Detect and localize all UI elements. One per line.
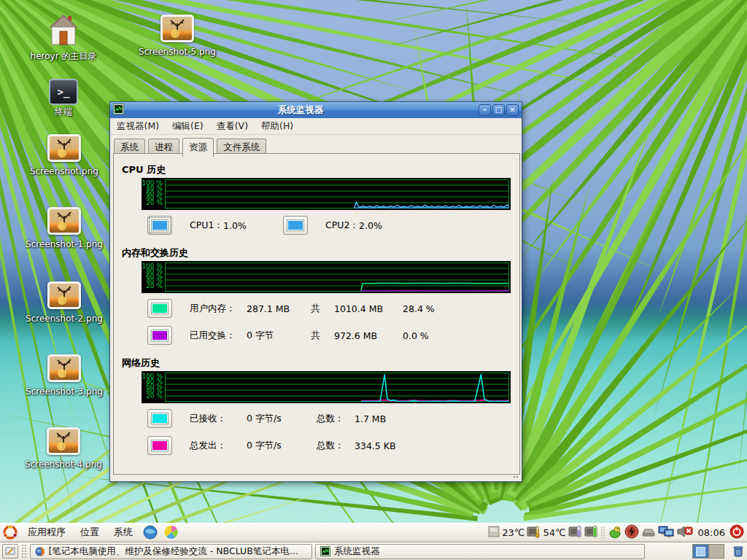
desktop-icon-screenshot5[interactable]: Screenshot-5.png: [137, 15, 217, 57]
tray-separator: [600, 526, 605, 538]
window-menubar: 监视器(M) 编辑(E) 查看(V) 帮助(H): [110, 118, 522, 135]
desktop-icon-screenshot4[interactable]: Screenshot-4.png: [23, 427, 104, 470]
taskbar-drag-handle[interactable]: [21, 544, 27, 559]
desktop-icon-screenshot1[interactable]: Screenshot-1.png: [24, 207, 104, 249]
used-swap-value: 0 字节: [247, 330, 311, 342]
tab-filesystems[interactable]: 文件系统: [217, 139, 266, 154]
system-menu[interactable]: 系统: [107, 524, 140, 541]
sensor-applet-icon[interactable]: [568, 525, 582, 540]
window-titlebar[interactable]: 系统监视器 – □ ✕: [110, 102, 522, 118]
distro-logo-icon[interactable]: [3, 525, 18, 540]
close-button[interactable]: ✕: [506, 104, 519, 116]
menu-help[interactable]: 帮助(H): [255, 120, 300, 133]
resources-tab-panel: CPU 历史 100 %80 %60 %40 %20 % CPU1： 1.0% …: [113, 153, 520, 475]
desktop-icon-label: 终端: [23, 107, 104, 117]
sent-label: 总发出：: [190, 440, 247, 452]
workspace-2[interactable]: [708, 545, 724, 558]
home-folder-icon: [46, 13, 81, 50]
clock[interactable]: 08:06: [698, 527, 725, 538]
of-total-label: 共: [311, 303, 334, 315]
task-system-monitor-window[interactable]: 系统监视器: [315, 544, 645, 559]
trash-applet-icon[interactable]: [732, 545, 745, 558]
cpu-history-heading: CPU 历史: [122, 163, 166, 176]
shutdown-button-icon[interactable]: [729, 524, 744, 541]
cpufreq-applet-icon[interactable]: [488, 526, 500, 540]
touchpad-tray-icon[interactable]: [641, 526, 656, 540]
workspace-1[interactable]: [693, 545, 708, 558]
menu-view[interactable]: 查看(V): [210, 120, 255, 133]
volume-muted-icon[interactable]: [676, 525, 694, 540]
task-firefox-window[interactable]: [笔记本电脑使用、维护及保修经验交流 - NBCLUB笔记本电脑俱乐部-…: [30, 544, 312, 559]
total-label: 总数：: [317, 413, 355, 425]
desktop-icon-screenshot3[interactable]: Screenshot-3.png: [24, 354, 104, 397]
gpu-temp-value: 54℃: [543, 527, 565, 538]
menu-edit[interactable]: 编辑(E): [166, 120, 210, 133]
desktop-icon-label: Screenshot-5.png: [137, 47, 217, 57]
desktop-icon-label: Screenshot.png: [24, 167, 104, 176]
sent-total: 334.5 KB: [355, 440, 396, 451]
user-memory-label: 用户内存：: [190, 303, 247, 315]
desktop-icon-label: Screenshot-2.png: [24, 314, 104, 324]
cpu1-value: 1.0%: [223, 220, 268, 231]
desktop-icon-label: Screenshot-1.png: [24, 240, 104, 249]
cpu-legend: CPU1： 1.0% CPU2： 2.0%: [147, 215, 404, 236]
show-desktop-button[interactable]: [2, 544, 18, 559]
user-memory-color-button[interactable]: [147, 299, 172, 318]
tab-system[interactable]: 系统: [114, 139, 145, 154]
desktop-icon-screenshot[interactable]: Screenshot.png: [24, 134, 104, 176]
network-history-heading: 网络历史: [122, 357, 160, 370]
tab-resources[interactable]: 资源: [182, 138, 214, 157]
desktop-icon-terminal[interactable]: >_ 终端: [23, 79, 104, 117]
received-total: 1.7 MB: [355, 413, 386, 424]
app-launcher-icon[interactable]: [163, 525, 179, 540]
desktop-icon-home[interactable]: heroyr 的主目录: [23, 13, 104, 61]
places-menu[interactable]: 位置: [73, 524, 107, 541]
window-title: 系统监视器: [124, 104, 477, 117]
user-memory-swatch: [152, 303, 168, 314]
network-history-graph: 100 %80 %60 %40 %20 %: [142, 371, 511, 403]
browser-launcher-icon[interactable]: [143, 525, 158, 540]
sent-legend-row: 总发出： 0 字节/s 总数： 334.5 KB: [147, 435, 396, 456]
cpu2-color-button[interactable]: [283, 216, 308, 235]
tab-processes[interactable]: 进程: [148, 139, 179, 154]
desktop-icon-label: Screenshot-4.png: [23, 460, 104, 470]
used-swap-total: 972.6 MB: [334, 330, 403, 341]
network-tray-icon[interactable]: [658, 525, 674, 540]
power-manager-icon[interactable]: [624, 524, 639, 541]
cpu2-label: CPU2：: [325, 219, 359, 232]
menu-monitor[interactable]: 监视器(M): [110, 120, 166, 133]
used-swap-color-button[interactable]: [147, 326, 172, 345]
desktop-icon-label: Screenshot-3.png: [24, 387, 104, 397]
image-thumbnail-icon: [47, 281, 81, 309]
used-swap-swatch: [152, 330, 168, 341]
cpu1-color-swatch: [152, 220, 168, 230]
cpu2-value: 2.0%: [359, 220, 404, 231]
cpu-temp-value: 23℃: [502, 527, 525, 538]
applications-menu[interactable]: 应用程序: [20, 524, 73, 541]
desktop: heroyr 的主目录 Screenshot-5.png >_ 终端 Scree…: [0, 0, 747, 560]
cpu1-label: CPU1：: [190, 219, 223, 232]
image-thumbnail-icon: [47, 354, 81, 382]
system-tray: 23℃ 54℃ 08:06: [488, 524, 747, 541]
notification-tray-icon[interactable]: [608, 525, 622, 540]
used-swap-label: 已用交换：: [190, 330, 247, 342]
terminal-icon: >_: [49, 79, 78, 105]
memory-legend-row: 用户内存： 287.1 MB 共 1010.4 MB 28.4 %: [147, 298, 435, 319]
gnome-menu-panel: 应用程序 位置 系统 23℃ 54℃ 08:06: [0, 523, 747, 542]
cpu1-color-button[interactable]: [147, 216, 172, 235]
battery-monitor-icon[interactable]: [584, 525, 598, 540]
cpu2-color-swatch: [287, 220, 303, 230]
minimize-button[interactable]: –: [479, 104, 491, 116]
task-title: 系统监视器: [334, 545, 380, 558]
sent-color-button[interactable]: [147, 436, 172, 455]
system-monitor-window: 系统监视器 – □ ✕ 监视器(M) 编辑(E) 查看(V) 帮助(H) 系统 …: [109, 101, 522, 482]
desktop-icon-label: heroyr 的主目录: [23, 52, 104, 61]
received-color-button[interactable]: [147, 409, 172, 428]
user-memory-total: 1010.4 MB: [334, 303, 403, 314]
sent-swatch: [152, 440, 168, 451]
used-swap-percent: 0.0 %: [403, 330, 429, 341]
temp-sensor-icon[interactable]: [527, 525, 541, 540]
desktop-icon-screenshot2[interactable]: Screenshot-2.png: [24, 281, 104, 324]
image-thumbnail-icon: [47, 134, 81, 162]
maximize-button[interactable]: □: [492, 104, 505, 116]
